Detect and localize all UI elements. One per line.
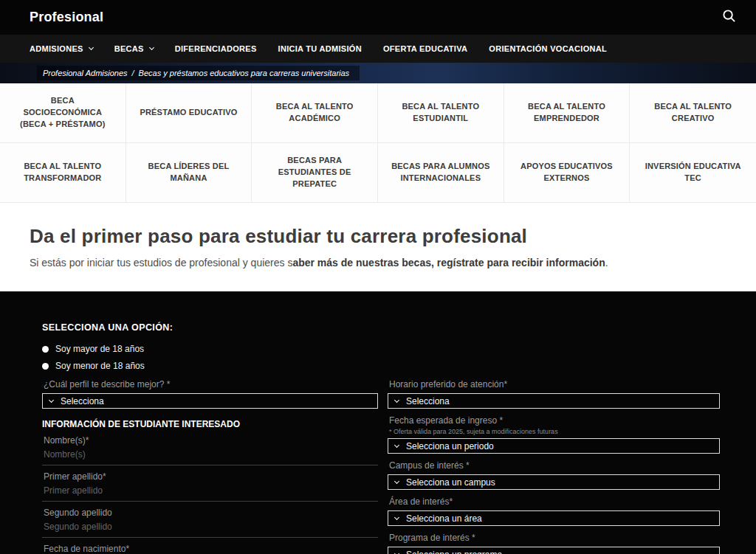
breadcrumb-separator: / xyxy=(132,69,134,77)
area-select-value: Selecciona un área xyxy=(406,513,482,524)
horario-select[interactable]: Selecciona xyxy=(388,393,720,409)
form-right-column: Horario preferido de atención* Seleccion… xyxy=(388,379,720,554)
form-left-column: ¿Cuál perfil te describe mejor? * Selecc… xyxy=(42,379,378,554)
scholarship-tile-grid: BECA SOCIOECONÓMICA (BECA + PRÉSTAMO) PR… xyxy=(0,83,756,203)
radio-icon xyxy=(42,363,49,370)
breadcrumb-bar: Profesional Admisiones / Becas y préstam… xyxy=(0,63,756,83)
group-horario: Horario preferido de atención* Seleccion… xyxy=(388,379,720,409)
fecha-ingreso-label: Fecha esperada de ingreso * xyxy=(389,415,720,426)
nav-item-inicia-tu-admision[interactable]: INICIA TU ADMISIÓN xyxy=(278,44,362,53)
tile-lideres-del-manana[interactable]: BECA LÍDERES DEL MAÑANA xyxy=(126,143,252,203)
perfil-select[interactable]: Selecciona xyxy=(42,393,378,409)
hero-section: Da el primer paso para estudiar tu carre… xyxy=(0,203,756,291)
group-campus: Campus de interés * Selecciona un campus xyxy=(388,460,720,490)
main-nav: ADMISIONES BECAS DIFERENCIADORES INICIA … xyxy=(0,35,756,63)
chevron-down-icon xyxy=(394,550,399,554)
fecha-ingreso-select[interactable]: Selecciona un periodo xyxy=(388,438,720,454)
page: Profesional ADMISIONES BECAS DIFERENCIAD… xyxy=(0,0,756,554)
chevron-down-icon xyxy=(394,397,399,402)
programa-select-value: Selecciona un programa xyxy=(406,550,502,554)
perfil-label: ¿Cuál perfil te describe mejor? * xyxy=(44,379,378,389)
chevron-down-icon xyxy=(49,397,54,402)
nav-item-oferta-educativa[interactable]: OFERTA EDUCATIVA xyxy=(383,44,467,53)
hero-subtitle: Si estás por iniciar tus estudios de pro… xyxy=(30,257,726,269)
perfil-select-value: Selecciona xyxy=(61,396,104,406)
group-programa: Programa de interés * Selecciona un prog… xyxy=(388,533,720,554)
nav-item-diferenciadores[interactable]: DIFERENCIADORES xyxy=(175,44,257,53)
top-bar: Profesional xyxy=(0,0,756,35)
primer-apellido-input[interactable] xyxy=(42,483,378,502)
horario-select-value: Selecciona xyxy=(406,396,450,406)
radio-menor-18[interactable]: Soy menor de 18 años xyxy=(42,361,721,371)
tile-estudiantes-prepatec[interactable]: BECAS PARA ESTUDIANTES DE PREPATEC xyxy=(252,143,378,203)
nav-item-label: ORIENTACIÓN VOCACIONAL xyxy=(489,44,607,53)
nav-item-label: OFERTA EDUCATIVA xyxy=(383,44,467,53)
campus-select[interactable]: Selecciona un campus xyxy=(388,474,720,490)
field-primer-apellido: Primer apellido* xyxy=(42,471,378,502)
chevron-down-icon xyxy=(394,514,399,519)
nav-item-label: INICIA TU ADMISIÓN xyxy=(278,44,362,53)
programa-label: Programa de interés * xyxy=(389,533,720,543)
tile-apoyos-externos[interactable]: APOYOS EDUCATIVOS EXTERNOS xyxy=(504,143,630,203)
fecha-ingreso-note: * Oferta válida para 2025, sujeta a modi… xyxy=(389,428,720,435)
group-fecha-ingreso: Fecha esperada de ingreso * * Oferta vál… xyxy=(388,415,720,454)
page-title: Da el primer paso para estudiar tu carre… xyxy=(30,225,726,248)
chevron-down-icon xyxy=(149,45,154,50)
group-area: Área de interés* Selecciona un área xyxy=(388,496,720,526)
field-segundo-apellido: Segundo apellido xyxy=(42,508,378,538)
nav-item-label: DIFERENCIADORES xyxy=(175,44,257,53)
search-button[interactable] xyxy=(721,10,737,26)
tile-talento-emprendedor[interactable]: BECA AL TALENTO EMPRENDEDOR xyxy=(504,83,630,143)
radio-mayor-18[interactable]: Soy mayor de 18 años xyxy=(42,344,721,354)
breadcrumb-current: Becas y préstamos educativos para carrer… xyxy=(139,69,350,77)
chevron-down-icon xyxy=(394,478,399,483)
fecha-nacimiento-label: Fecha de nacimiento* xyxy=(44,544,378,554)
nav-item-label: BECAS xyxy=(114,44,144,53)
tile-beca-socioeconomica[interactable]: BECA SOCIOECONÓMICA (BECA + PRÉSTAMO) xyxy=(0,83,126,143)
programa-select[interactable]: Selecciona un programa xyxy=(388,547,720,554)
horario-label: Horario preferido de atención* xyxy=(389,379,720,389)
tile-talento-creativo[interactable]: BECA AL TALENTO CREATIVO xyxy=(630,83,756,143)
breadcrumb: Profesional Admisiones / Becas y préstam… xyxy=(37,66,360,80)
tile-alumnos-internacionales[interactable]: BECAS PARA ALUMNOS INTERNACIONALES xyxy=(378,143,504,203)
fecha-ingreso-select-value: Selecciona un periodo xyxy=(406,441,494,451)
search-icon xyxy=(722,9,736,26)
radio-icon xyxy=(42,346,49,353)
radio-label: Soy mayor de 18 años xyxy=(55,344,144,354)
nav-item-admisiones[interactable]: ADMISIONES xyxy=(30,44,93,53)
field-fecha-nacimiento: Fecha de nacimiento* xyxy=(42,544,378,554)
hero-subtitle-text: Si estás por iniciar tus estudios de pro… xyxy=(30,257,292,269)
breadcrumb-parent-link[interactable]: Profesional Admisiones xyxy=(43,69,128,77)
area-label: Área de interés* xyxy=(389,496,720,507)
nombres-label: Nombre(s)* xyxy=(44,435,378,446)
chevron-down-icon xyxy=(394,442,399,447)
nav-item-becas[interactable]: BECAS xyxy=(114,44,154,53)
registration-form: SELECCIONA UNA OPCIÓN: Soy mayor de 18 a… xyxy=(0,291,756,554)
tile-inversion-educativa-tec[interactable]: INVERSIÓN EDUCATIVA TEC xyxy=(630,143,756,203)
nav-item-orientacion-vocacional[interactable]: ORIENTACIÓN VOCACIONAL xyxy=(489,44,607,53)
segundo-apellido-input[interactable] xyxy=(42,519,378,538)
segundo-apellido-label: Segundo apellido xyxy=(44,508,378,518)
form-section-title: SELECCIONA UNA OPCIÓN: xyxy=(42,322,721,333)
field-nombres: Nombre(s)* xyxy=(42,435,378,465)
tile-talento-estudiantil[interactable]: BECA AL TALENTO ESTUDIANTIL xyxy=(378,83,504,143)
chevron-down-icon xyxy=(89,45,94,50)
tile-talento-academico[interactable]: BECA AL TALENTO ACADÉMICO xyxy=(252,83,378,143)
campus-select-value: Selecciona un campus xyxy=(406,477,495,488)
area-select[interactable]: Selecciona un área xyxy=(388,510,720,526)
site-logo[interactable]: Profesional xyxy=(30,10,103,25)
tile-prestamo-educativo[interactable]: PRÉSTAMO EDUCATIVO xyxy=(126,83,252,143)
radio-label: Soy menor de 18 años xyxy=(55,361,145,371)
tile-talento-transformador[interactable]: BECA AL TALENTO TRANSFORMADOR xyxy=(0,143,126,203)
primer-apellido-label: Primer apellido* xyxy=(44,471,378,482)
hero-subtitle-bold: aber más de nuestras becas, regístrate p… xyxy=(292,257,605,269)
campus-label: Campus de interés * xyxy=(389,460,720,471)
nombres-input[interactable] xyxy=(42,447,378,465)
student-info-title: INFORMACIÓN DE ESTUDIANTE INTERESADO xyxy=(42,419,378,429)
hero-subtitle-end: . xyxy=(605,257,608,269)
nav-item-label: ADMISIONES xyxy=(30,44,83,53)
